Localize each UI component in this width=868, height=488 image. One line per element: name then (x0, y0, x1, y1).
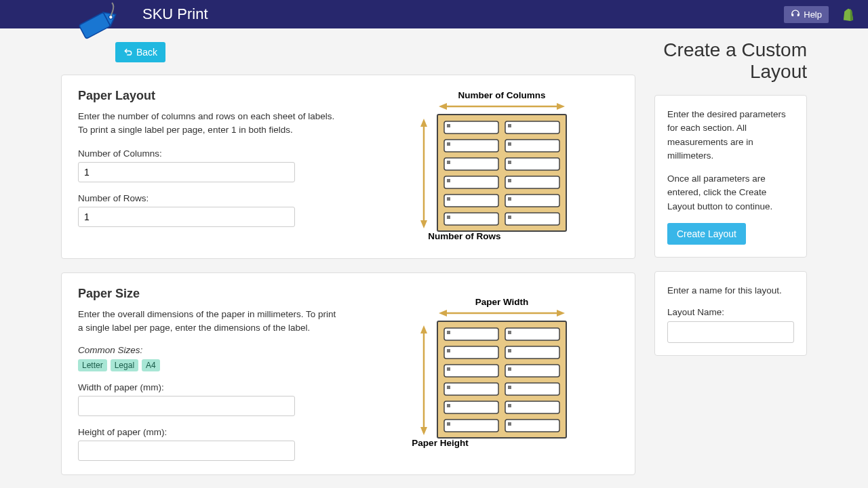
svg-text:Number of Columns: Number of Columns (458, 90, 546, 100)
rows-label: Number of Rows: (78, 193, 338, 203)
svg-rect-24 (447, 124, 450, 127)
layout-name-card: Enter a name for this layout. Layout Nam… (654, 271, 807, 356)
svg-rect-49 (444, 365, 498, 377)
paper-layout-title: Paper Layout (78, 89, 338, 103)
shopify-icon[interactable] (842, 7, 854, 21)
svg-rect-52 (505, 383, 559, 395)
instructions-card: Enter the desired parameters for each se… (654, 95, 807, 258)
svg-marker-5 (439, 103, 447, 110)
cols-input[interactable] (78, 162, 295, 182)
svg-rect-57 (447, 331, 450, 334)
svg-rect-23 (505, 213, 559, 225)
create-layout-button[interactable]: Create Layout (667, 223, 746, 245)
svg-rect-61 (447, 367, 450, 371)
svg-rect-60 (508, 349, 511, 352)
svg-rect-31 (508, 179, 511, 182)
page-title: Create a Custom Layout (654, 39, 807, 83)
svg-rect-59 (447, 349, 450, 352)
undo-icon (123, 47, 133, 57)
svg-rect-63 (447, 386, 450, 389)
badge-a4[interactable]: A4 (142, 359, 160, 371)
svg-rect-13 (505, 121, 559, 134)
width-label: Width of paper (mm): (78, 382, 338, 392)
svg-rect-64 (508, 386, 511, 389)
svg-text:Number of Rows: Number of Rows (429, 231, 501, 241)
layout-name-input[interactable] (667, 321, 794, 343)
height-input[interactable] (78, 441, 295, 461)
svg-rect-54 (505, 401, 559, 413)
paper-layout-card: Paper Layout Enter the number of columns… (61, 75, 635, 259)
svg-rect-19 (505, 176, 559, 188)
svg-rect-12 (444, 121, 498, 134)
svg-marker-6 (557, 103, 565, 110)
svg-rect-22 (444, 213, 498, 225)
svg-text:Paper Width: Paper Width (475, 297, 529, 307)
svg-rect-27 (508, 142, 511, 146)
svg-rect-34 (447, 216, 450, 219)
paper-size-title: Paper Size (78, 287, 338, 301)
svg-rect-51 (444, 383, 498, 395)
svg-marker-39 (557, 310, 565, 317)
svg-rect-58 (508, 331, 511, 334)
svg-marker-10 (420, 220, 427, 228)
svg-rect-56 (505, 420, 559, 432)
svg-rect-46 (505, 328, 559, 340)
svg-rect-65 (447, 404, 450, 407)
intro-text-2: Once all parameters are entered, click t… (667, 172, 794, 214)
svg-rect-53 (444, 401, 498, 413)
svg-rect-30 (447, 179, 450, 182)
svg-rect-62 (508, 367, 511, 371)
cols-label: Number of Columns: (78, 148, 338, 159)
svg-marker-38 (439, 310, 447, 317)
svg-rect-66 (508, 404, 511, 407)
svg-rect-35 (508, 216, 511, 219)
paper-size-card: Paper Size Enter the overall dimensions … (61, 272, 635, 475)
help-button[interactable]: Help (784, 6, 829, 23)
common-sizes-label: Common Sizes: (78, 345, 338, 355)
app-title: SKU Print (142, 5, 208, 23)
logo-tag-icon (68, 1, 125, 45)
svg-rect-33 (508, 197, 511, 201)
svg-rect-48 (505, 346, 559, 359)
size-diagram: Paper Width Paper Height (397, 296, 580, 451)
svg-rect-25 (508, 124, 511, 127)
svg-rect-29 (508, 161, 511, 164)
headset-icon (791, 9, 800, 19)
paper-layout-desc: Enter the number of columns and rows on … (78, 110, 338, 138)
rows-input[interactable] (78, 207, 295, 227)
svg-rect-15 (505, 140, 559, 152)
svg-marker-43 (420, 427, 427, 435)
svg-rect-68 (508, 422, 511, 426)
svg-rect-16 (444, 158, 498, 170)
svg-rect-55 (444, 420, 498, 432)
layout-name-label: Layout Name: (667, 307, 794, 317)
svg-rect-20 (444, 195, 498, 207)
svg-marker-9 (420, 119, 427, 127)
svg-rect-50 (505, 365, 559, 377)
svg-rect-26 (447, 142, 450, 146)
svg-rect-14 (444, 140, 498, 152)
svg-rect-32 (447, 197, 450, 201)
width-input[interactable] (78, 396, 295, 416)
svg-marker-42 (420, 325, 427, 333)
svg-rect-67 (447, 422, 450, 426)
name-prompt: Enter a name for this layout. (667, 284, 794, 298)
intro-text-1: Enter the desired parameters for each se… (667, 108, 794, 163)
svg-rect-18 (444, 176, 498, 188)
svg-rect-21 (505, 195, 559, 207)
paper-size-desc: Enter the overall dimensions of the pape… (78, 308, 338, 336)
app-header: SKU Print Help (0, 0, 868, 28)
svg-rect-45 (444, 328, 498, 340)
height-label: Height of paper (mm): (78, 427, 338, 437)
svg-rect-28 (447, 161, 450, 164)
layout-diagram: Number of Columns Number of Rows (397, 89, 580, 245)
badge-letter[interactable]: Letter (78, 359, 107, 371)
svg-rect-47 (444, 346, 498, 359)
badge-legal[interactable]: Legal (111, 359, 138, 371)
svg-rect-17 (505, 158, 559, 170)
svg-text:Paper Height: Paper Height (412, 438, 469, 448)
